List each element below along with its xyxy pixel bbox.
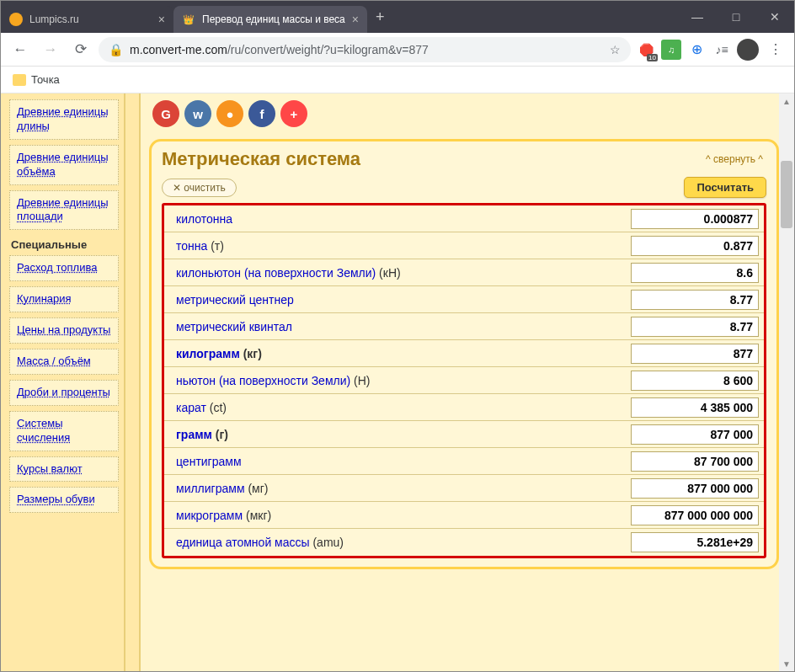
value-input[interactable]: [631, 505, 759, 525]
table-row: микрограмм (мкг): [164, 502, 764, 529]
vertical-scrollbar[interactable]: ▲ ▼: [779, 93, 794, 671]
share-fb-button[interactable]: f: [248, 100, 275, 127]
unit-link[interactable]: центиграмм: [176, 455, 242, 468]
sidebar-link[interactable]: Курсы валют: [10, 457, 118, 482]
unit-abbr: (amu): [310, 536, 344, 549]
sidebar-link[interactable]: Кулинария: [10, 287, 118, 312]
table-row: ньютон (на поверхности Земли) (Н): [164, 367, 764, 394]
scroll-up-icon[interactable]: ▲: [779, 93, 794, 109]
value-input[interactable]: [631, 478, 759, 499]
unit-link[interactable]: грамм: [176, 428, 212, 441]
unit-label: миллиграмм (мг): [164, 482, 631, 495]
music-extension-icon[interactable]: ♫: [661, 40, 681, 60]
unit-link[interactable]: килоньютон (на поверхности Земли): [176, 266, 376, 280]
toolbar: ← → ⟳ 🔒 m.convert-me.com/ru/convert/weig…: [1, 33, 794, 67]
value-input[interactable]: [631, 532, 759, 552]
value-input[interactable]: [631, 317, 759, 337]
unit-label: тонна (т): [164, 239, 631, 253]
sidebar-link[interactable]: Расход топлива: [10, 256, 118, 280]
back-button[interactable]: ←: [8, 37, 33, 62]
unit-label: карат (ct): [164, 401, 631, 414]
unit-link[interactable]: ньютон (на поверхности Земли): [176, 374, 350, 387]
main-content: G w ● f + Метрическая система ^ свернуть…: [141, 93, 794, 671]
media-control-icon[interactable]: ♪≡: [712, 40, 732, 60]
unit-abbr: (Н): [350, 374, 370, 387]
collapse-link[interactable]: ^ свернуть ^: [706, 153, 763, 165]
sidebar-link[interactable]: Древние единицы длины: [10, 100, 118, 139]
unit-abbr: (мг): [245, 482, 269, 495]
sidebar-link[interactable]: Дроби и проценты: [10, 381, 118, 405]
profile-avatar[interactable]: [737, 39, 759, 61]
value-input[interactable]: [631, 344, 759, 364]
close-tab-icon[interactable]: ×: [352, 13, 359, 26]
forward-button[interactable]: →: [38, 37, 63, 62]
adblock-extension-icon[interactable]: 🛑10: [636, 40, 656, 60]
sidebar-link[interactable]: Цены на продукты: [10, 318, 118, 343]
value-input[interactable]: [631, 451, 759, 472]
table-row: центиграмм: [164, 448, 764, 475]
table-row: тонна (т): [164, 232, 764, 259]
value-input[interactable]: [631, 371, 759, 391]
tab-lumpics[interactable]: Lumpics.ru ×: [1, 6, 173, 33]
unit-link[interactable]: миллиграмм: [176, 482, 245, 495]
share-more-button[interactable]: +: [280, 100, 307, 127]
table-row: килограмм (кг): [164, 340, 764, 367]
value-input[interactable]: [631, 424, 759, 445]
table-row: грамм (г): [164, 421, 764, 448]
value-input[interactable]: [631, 397, 759, 418]
value-input[interactable]: [631, 236, 759, 256]
value-input[interactable]: [631, 263, 759, 283]
unit-link[interactable]: метрический квинтал: [176, 320, 292, 333]
sidebar-link[interactable]: Масса / объём: [10, 349, 118, 374]
minimize-button[interactable]: —: [678, 1, 717, 33]
browser-menu-button[interactable]: ⋮: [764, 41, 787, 57]
share-ok-button[interactable]: ●: [216, 100, 243, 127]
unit-abbr: (г): [212, 428, 228, 441]
share-vk-button[interactable]: w: [184, 100, 211, 127]
folder-icon: [13, 74, 26, 86]
unit-label: микрограмм (мкг): [164, 509, 631, 522]
table-row: единица атомной массы (amu): [164, 529, 764, 556]
sidebar-link[interactable]: Системы счисления: [10, 412, 118, 451]
unit-label: ньютон (на поверхности Земли) (Н): [164, 374, 631, 387]
clear-button[interactable]: ✕ очистить: [162, 179, 237, 197]
unit-link[interactable]: тонна: [176, 239, 207, 253]
tab-convert[interactable]: 👑 Перевод единиц массы и веса ×: [173, 6, 367, 33]
sidebar-link[interactable]: Размеры обуви: [10, 488, 118, 512]
scroll-thumb[interactable]: [781, 161, 792, 228]
unit-label: метрический квинтал: [164, 320, 631, 333]
tab-label: Lumpics.ru: [29, 13, 79, 25]
address-bar[interactable]: 🔒 m.convert-me.com/ru/convert/weight/?u=…: [99, 37, 631, 62]
unit-link[interactable]: килограмм: [176, 347, 240, 360]
unit-link[interactable]: метрический центнер: [176, 293, 294, 307]
table-row: метрический центнер: [164, 286, 764, 313]
close-window-button[interactable]: ✕: [755, 1, 794, 33]
unit-link[interactable]: килотонна: [176, 212, 232, 226]
close-tab-icon[interactable]: ×: [158, 13, 165, 26]
sidebar-link[interactable]: Древние единицы объёма: [10, 146, 118, 184]
bookmark-folder[interactable]: Точка: [31, 73, 60, 86]
unit-label: метрический центнер: [164, 293, 631, 307]
unit-link[interactable]: карат: [176, 401, 206, 414]
bookmarks-bar: Точка: [1, 67, 794, 93]
star-icon[interactable]: ☆: [610, 43, 621, 56]
share-google-button[interactable]: G: [152, 100, 179, 127]
reload-button[interactable]: ⟳: [68, 37, 93, 62]
unit-label: грамм (г): [164, 428, 631, 441]
calculate-button[interactable]: Посчитать: [684, 177, 766, 198]
scroll-down-icon[interactable]: ▼: [779, 656, 794, 671]
maximize-button[interactable]: □: [717, 1, 755, 33]
unit-abbr: (мкг): [243, 509, 271, 522]
sidebar-link[interactable]: Древние единицы площади: [10, 191, 118, 230]
unit-link[interactable]: микрограмм: [176, 509, 243, 522]
unit-abbr: (ct): [206, 401, 227, 414]
adblock-badge: 10: [647, 54, 658, 61]
globe-extension-icon[interactable]: ⊕: [686, 40, 707, 60]
value-input[interactable]: [631, 209, 759, 229]
unit-abbr: (т): [207, 239, 224, 253]
value-input[interactable]: [631, 290, 759, 310]
table-row: карат (ct): [164, 394, 764, 421]
table-row: килотонна: [164, 205, 764, 232]
unit-link[interactable]: единица атомной массы: [176, 536, 310, 549]
new-tab-button[interactable]: +: [367, 8, 393, 26]
